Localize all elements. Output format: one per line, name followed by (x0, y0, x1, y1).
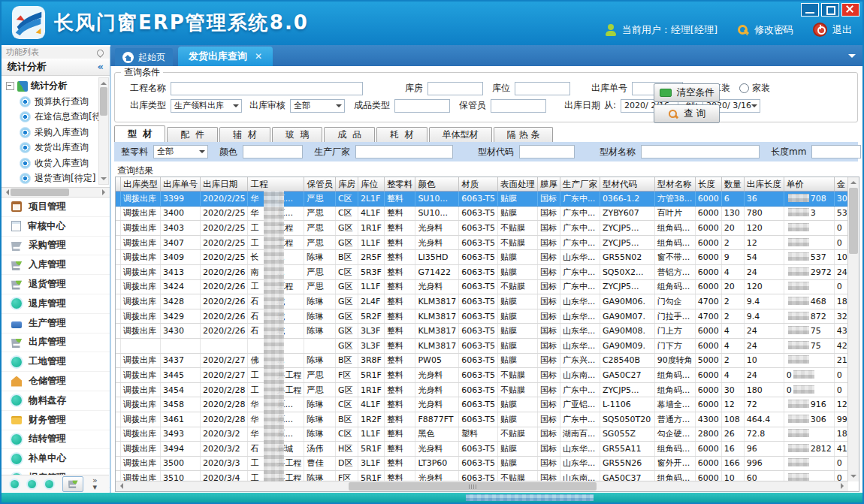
table-vertical-scrollbar[interactable] (847, 177, 859, 481)
sidebar-item-项目管理[interactable]: 项目管理 (2, 198, 110, 217)
material-tab[interactable]: 耗 材 (376, 127, 427, 142)
material-tab[interactable]: 辅 材 (219, 127, 270, 142)
sidebar-item-入库管理[interactable]: 入库管理 (2, 255, 110, 275)
column-header[interactable]: 型材名称 (654, 177, 695, 192)
material-tab[interactable]: 配 件 (167, 127, 218, 142)
material-tab[interactable]: 单体型材 (429, 127, 492, 142)
tree-item[interactable]: 在途信息查询[待 (6, 110, 99, 125)
warehouse-input[interactable] (427, 82, 483, 95)
column-header[interactable]: 出库长度 (744, 177, 784, 192)
sidebar-section-title[interactable]: 统计分析 « (2, 59, 110, 76)
audit-select[interactable]: 全部 (290, 99, 345, 113)
table-row[interactable]: 调拨出库34942020/3/2石辉城汤伟H区5R1F整料光身料6063-T5贴… (116, 442, 848, 457)
profile-code-input[interactable] (519, 145, 575, 158)
tree-item[interactable]: 采购入库查询 (6, 125, 99, 140)
table-horizontal-scrollbar[interactable] (116, 481, 848, 491)
clear-conditions-button[interactable]: 清空条件 (654, 83, 720, 102)
close-button[interactable] (841, 3, 859, 17)
column-header[interactable]: 表面处理 (497, 177, 537, 192)
radio-home[interactable] (739, 83, 749, 93)
sidebar-item-退货管理[interactable]: 退货管理 (2, 275, 110, 294)
table-row[interactable]: 调拨出库34282020/2/26石城陈琳G区2L4F整料KLM38176063… (116, 294, 848, 309)
pin-icon[interactable] (95, 48, 105, 58)
table-row[interactable]: 调拨出库34372020/2/27佛...陈琳B区3R8F整料PW056063-… (116, 353, 848, 368)
factory-input[interactable] (355, 145, 453, 158)
collapse-icon[interactable]: « (98, 59, 104, 75)
table-row[interactable]: 调拨出库33992020/2/25华原...严思C区2L1F整料SU10...6… (116, 192, 848, 207)
sidebar-item-出库管理[interactable]: 出库管理 (2, 333, 110, 353)
tree-item[interactable]: 发货出库查询 (6, 140, 99, 156)
column-header[interactable]: 长度 (695, 177, 721, 192)
material-tab[interactable]: 型 材 (114, 125, 165, 142)
table-row[interactable]: G区3L3F整料KLM38176063-T5贴膜国标山东华...GA90M09.… (116, 338, 848, 353)
table-row[interactable]: 调拨出库34582020/2/28华原...陈琳C区4L1F整料光身料6063-… (116, 397, 848, 412)
module-dot-icon[interactable] (45, 480, 53, 488)
table-row[interactable]: 调拨出库34932020/3/2华原...陈琳C区1L1F整料黑色塑料不贴膜国标… (116, 427, 848, 442)
sidebar-item-补单中心[interactable]: 补单中心 (2, 449, 110, 469)
tree-vertical-scrollbar[interactable] (98, 77, 109, 185)
column-header[interactable]: 工程 (248, 177, 304, 192)
table-row[interactable]: 调拨出库34612020/2/28华原...陈琳B区1R2F整料F8877FT6… (116, 412, 848, 427)
tree-expander-icon[interactable] (6, 82, 14, 90)
table-row[interactable]: 调拨出库34002020/2/25华原...严思C区4L1F整料SU10...6… (116, 206, 848, 221)
sidebar-item-仓储管理[interactable]: 仓储管理 (2, 372, 110, 391)
column-header[interactable]: 金 (834, 177, 848, 192)
column-header[interactable]: 出库类型 (121, 177, 161, 192)
tree-horizontal-scrollbar[interactable] (2, 188, 110, 198)
keeper-input[interactable] (491, 99, 546, 113)
sidebar-item-审核中心[interactable]: 审核中心 (2, 217, 110, 237)
table-row[interactable]: 调拨出库34452020/2/27工共工程严思F区5R1F整料光身料6063-T… (116, 368, 848, 383)
change-password-link[interactable]: 修改密码 (754, 23, 793, 37)
out-type-select[interactable]: 生产领料出库 (171, 99, 242, 113)
tab-list-caret-icon[interactable] (848, 54, 856, 62)
table-row[interactable]: 调拨出库34292020/2/26石城陈琳G区5R2F整料KLM38176063… (116, 309, 848, 324)
table-row[interactable]: 调拨出库35002020/3/3工共工程曹佳D区3L1F整料LT3P606063… (116, 456, 848, 471)
project-name-input[interactable] (171, 82, 363, 95)
logout-link[interactable]: 退出 (832, 23, 852, 37)
column-header[interactable]: 出库日期 (201, 177, 248, 192)
material-tab[interactable]: 成 品 (324, 127, 375, 142)
table-row[interactable]: 调拨出库34132020/2/26南...严思C区5R3F整料G71422606… (116, 264, 848, 279)
column-header[interactable]: 型材代码 (600, 177, 654, 192)
sidebar-item-结转管理[interactable]: 结转管理 (2, 430, 110, 450)
table-row[interactable]: 调拨出库34302020/2/26石城陈琳G区3L3F整料KLM38176063… (116, 324, 848, 339)
table-row[interactable]: 调拨出库34032020/2/25工工程严思G区1R1F整料光身料6063-T5… (116, 221, 848, 236)
sidebar-item-财务管理[interactable]: 财务管理 (2, 411, 110, 430)
column-header[interactable]: 库位 (358, 177, 384, 192)
table-row[interactable]: 调拨出库34092020/2/25长...陈琳B区2R5F整料LI35HD606… (116, 250, 848, 265)
column-header[interactable]: 颜色 (415, 177, 459, 192)
sidebar-item-采购管理[interactable]: 采购管理 (2, 237, 110, 256)
sidebar-item-生产管理[interactable]: 生产管理 (2, 314, 110, 333)
tree-item[interactable]: 退货查询[待定] (6, 171, 99, 187)
profile-name-input[interactable] (641, 145, 760, 158)
whole-part-select[interactable]: 全部 (153, 145, 208, 158)
tab-shipment-outbound-query[interactable]: 发货出库查询 ✕ (178, 47, 273, 66)
minimize-button[interactable] (801, 3, 819, 17)
maximize-button[interactable] (821, 3, 839, 17)
sidebar-item-退库管理[interactable]: 退库管理 (2, 294, 110, 314)
table-row[interactable]: 调拨出库35102020/3/4工共工程陈琳F区5R1F整料光身料6063-T5… (116, 471, 848, 481)
more-modules-chevron[interactable]: »▾ (92, 477, 98, 490)
column-header[interactable]: 生产厂家 (560, 177, 600, 192)
sidebar-item-物料盘存[interactable]: 物料盘存 (2, 391, 110, 411)
material-tab[interactable]: 隔 热 条 (494, 127, 554, 142)
column-header[interactable]: 库房 (335, 177, 358, 192)
table-row[interactable]: 调拨出库34072020/2/25工工程严思G区1L1F整料光身料6063-T5… (116, 235, 848, 250)
column-header[interactable]: 材质 (459, 177, 498, 192)
column-header[interactable]: 出库单号 (161, 177, 201, 192)
table-row[interactable]: 调拨出库34542020/2/28工共工程严思G区1R1F整料光身料6063-T… (116, 382, 848, 397)
tree-item[interactable]: 收货入库查询 (6, 155, 99, 171)
length-input[interactable] (811, 145, 861, 158)
tab-close-icon[interactable]: ✕ (255, 51, 262, 62)
search-button[interactable]: 查 询 (654, 104, 720, 123)
tree-root-statistics[interactable]: 统计分析 (6, 78, 99, 94)
location-input[interactable] (515, 82, 570, 95)
column-header[interactable]: 单价 (784, 177, 834, 192)
product-type-input[interactable] (394, 99, 450, 113)
material-tab[interactable]: 玻 璃 (272, 127, 323, 142)
module-dot-icon[interactable] (11, 480, 19, 488)
tab-home[interactable]: 起始页 (115, 48, 173, 66)
tree-item[interactable]: 预算执行查询 (6, 94, 99, 110)
column-header[interactable]: 数量 (721, 177, 744, 192)
module-dot-icon[interactable] (28, 480, 36, 488)
